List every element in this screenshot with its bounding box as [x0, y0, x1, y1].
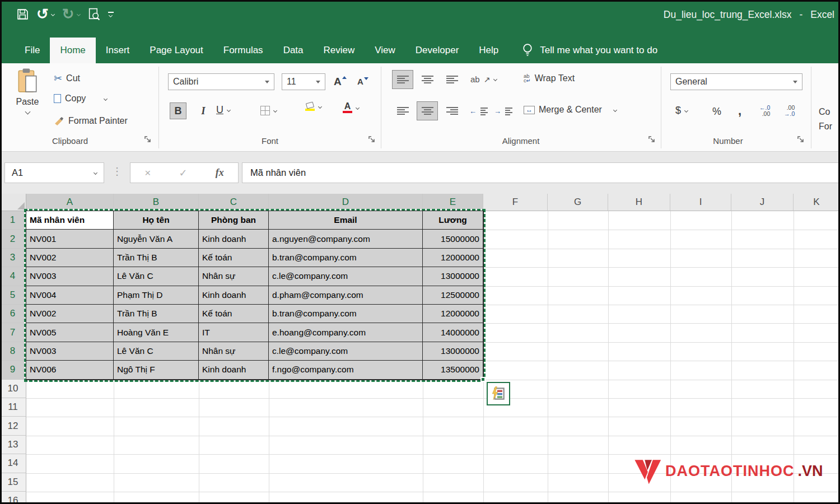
tab-page-layout[interactable]: Page Layout — [139, 38, 213, 63]
save-button[interactable] — [17, 8, 29, 20]
bottom-align-button[interactable] — [441, 70, 463, 89]
number-format-combo[interactable]: General — [670, 73, 802, 90]
percent-style-button[interactable]: % — [712, 106, 721, 118]
column-header-B[interactable]: B — [114, 194, 199, 211]
borders-dropdown-chevron-icon[interactable] — [273, 109, 277, 113]
row-header-15[interactable]: 15 — [0, 473, 26, 492]
column-header-E[interactable]: E — [423, 194, 483, 211]
column-header-F[interactable]: F — [483, 194, 548, 211]
select-all-corner[interactable] — [0, 194, 26, 211]
table-cell[interactable]: NV002 — [26, 249, 114, 267]
italic-button[interactable]: I — [195, 102, 212, 119]
paste-button[interactable]: Paste — [9, 68, 46, 134]
row-header-16[interactable]: 16 — [0, 492, 26, 504]
customize-qat-button[interactable] — [108, 12, 114, 17]
paste-dropdown-chevron-icon[interactable] — [25, 109, 30, 115]
table-cell[interactable]: 12000000 — [423, 249, 483, 267]
row-header-1[interactable]: 1 — [0, 211, 26, 230]
table-cell[interactable]: IT — [199, 323, 269, 342]
tab-help[interactable]: Help — [469, 38, 508, 63]
row-header-5[interactable]: 5 — [0, 286, 26, 305]
tab-home[interactable]: Home — [50, 38, 95, 63]
table-cell[interactable]: f.ngo@company.com — [269, 361, 423, 379]
font-dialog-launcher-icon[interactable] — [368, 136, 376, 143]
row-header-6[interactable]: 6 — [0, 305, 26, 323]
table-cell[interactable]: Kinh doanh — [199, 286, 269, 305]
table-cell[interactable]: 13000000 — [423, 342, 483, 361]
align-right-button[interactable] — [441, 101, 463, 120]
column-header-A[interactable]: A — [26, 194, 114, 211]
formula-bar[interactable]: Mã nhân viên — [242, 162, 840, 183]
increase-decimal-button[interactable]: ←.0.00 — [759, 105, 770, 117]
row-header-12[interactable]: 12 — [0, 417, 26, 435]
table-cell[interactable]: a.nguyen@company.com — [269, 230, 423, 248]
row-header-8[interactable]: 8 — [0, 342, 26, 361]
table-cell[interactable]: Ngô Thị F — [114, 361, 199, 379]
row-header-10[interactable]: 10 — [0, 380, 26, 398]
table-cell[interactable]: Kinh doanh — [199, 230, 269, 248]
table-cell[interactable]: 14000000 — [423, 323, 483, 342]
accounting-dropdown-chevron-icon[interactable] — [684, 109, 688, 113]
tab-formulas[interactable]: Formulas — [213, 38, 273, 63]
table-cell[interactable]: Kế toán — [199, 249, 269, 267]
fill-color-button[interactable] — [305, 102, 321, 111]
table-cell[interactable]: c.le@company.com — [269, 342, 423, 361]
column-header-D[interactable]: D — [269, 194, 423, 211]
tab-data[interactable]: Data — [273, 38, 314, 63]
top-align-button[interactable] — [392, 70, 413, 89]
table-cell[interactable]: NV006 — [26, 361, 114, 379]
format-painter-button[interactable]: Format Painter — [54, 116, 128, 126]
cut-button[interactable]: ✂ Cut — [54, 72, 80, 85]
row-header-14[interactable]: 14 — [0, 454, 26, 473]
orientation-dropdown-chevron-icon[interactable] — [493, 77, 497, 81]
table-cell[interactable]: 13500000 — [423, 361, 483, 379]
row-header-2[interactable]: 2 — [0, 230, 26, 248]
table-header-cell[interactable]: Email — [269, 211, 423, 230]
table-cell[interactable]: Kế toán — [199, 305, 269, 323]
insert-function-button[interactable]: fx — [216, 167, 224, 179]
wrap-text-button[interactable]: abc↵ Wrap Text — [524, 73, 575, 83]
name-box-dropdown-chevron-icon[interactable] — [94, 171, 97, 175]
bold-button[interactable]: B — [170, 102, 186, 119]
clipboard-dialog-launcher-icon[interactable] — [144, 136, 152, 143]
table-cell[interactable]: Kinh doanh — [199, 361, 269, 379]
borders-button[interactable] — [260, 106, 277, 115]
column-header-J[interactable]: J — [731, 194, 794, 211]
table-cell[interactable]: Phạm Thị D — [114, 286, 199, 305]
name-box[interactable]: A1 — [4, 162, 104, 183]
table-header-cell[interactable]: Họ tên — [114, 211, 199, 230]
table-cell[interactable]: b.tran@company.com — [269, 249, 423, 267]
number-dialog-launcher-icon[interactable] — [797, 136, 805, 143]
undo-dropdown-chevron-icon[interactable] — [51, 12, 55, 16]
row-header-3[interactable]: 3 — [0, 249, 26, 267]
table-cell[interactable]: NV005 — [26, 323, 114, 342]
table-cell[interactable]: 12500000 — [423, 286, 483, 305]
column-header-G[interactable]: G — [548, 194, 608, 211]
underline-dropdown-chevron-icon[interactable] — [227, 108, 231, 112]
comma-style-button[interactable]: , — [738, 104, 741, 118]
accounting-format-button[interactable]: $ — [675, 105, 688, 116]
row-header-11[interactable]: 11 — [0, 398, 26, 417]
table-cell[interactable]: 12000000 — [423, 305, 483, 323]
font-color-button[interactable]: A — [343, 102, 359, 113]
column-header-K[interactable]: K — [794, 194, 840, 211]
underline-button[interactable]: U — [216, 104, 230, 116]
enter-button[interactable]: ✓ — [179, 167, 188, 179]
tell-me-box[interactable]: Tell me what you want to do — [522, 38, 657, 63]
table-cell[interactable]: NV004 — [26, 286, 114, 305]
tab-view[interactable]: View — [365, 38, 405, 63]
column-header-C[interactable]: C — [199, 194, 269, 211]
cancel-button[interactable]: × — [144, 167, 151, 179]
decrease-decimal-button[interactable]: .00→.0 — [784, 105, 795, 117]
table-cell[interactable]: NV003 — [26, 342, 114, 361]
grow-font-button[interactable]: A — [334, 76, 342, 88]
middle-align-button[interactable] — [417, 70, 438, 89]
merge-center-button[interactable]: ↔ Merge & Center — [524, 105, 617, 115]
copy-button[interactable]: Copy — [54, 94, 107, 104]
row-header-9[interactable]: 9 — [0, 361, 26, 379]
table-cell[interactable]: NV003 — [26, 267, 114, 286]
row-header-4[interactable]: 4 — [0, 267, 26, 286]
decrease-indent-button[interactable]: ← — [469, 107, 488, 115]
increase-indent-button[interactable]: → — [494, 107, 512, 115]
table-cell[interactable]: Nguyễn Văn A — [114, 230, 199, 248]
